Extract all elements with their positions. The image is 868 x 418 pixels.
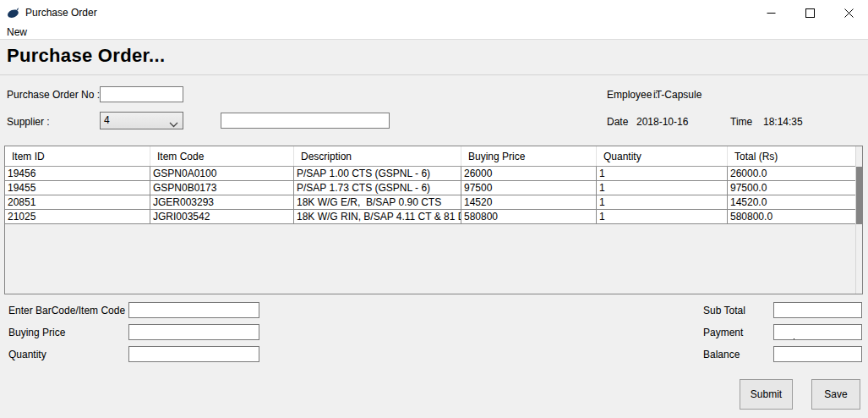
table-cell: 19455 — [5, 181, 150, 195]
text-caret — [794, 338, 794, 340]
purchase-order-window: Purchase Order New Purchase Order... Pur… — [0, 0, 868, 418]
table-cell: 26000 — [461, 167, 597, 180]
purchase-order-no-label: Purchase Order No : — [7, 89, 100, 101]
column-header[interactable]: Item ID — [5, 146, 150, 166]
table-cell: 1 — [597, 181, 728, 195]
quantity-input[interactable]: 1 — [128, 346, 259, 362]
table-cell: JGER003293 — [150, 195, 294, 209]
payment-label: Payment — [703, 327, 743, 338]
table-row[interactable]: 19455GSPN0B0173P/SAP 1.73 CTS (GSPNL - 6… — [5, 181, 855, 195]
purchase-order-no-input[interactable]: 1 — [100, 86, 183, 102]
table-cell: 19456 — [5, 167, 150, 180]
menu-item-new[interactable]: New — [4, 25, 30, 39]
quantity-label: Quantity — [8, 349, 46, 360]
balance-label: Balance — [703, 349, 740, 360]
table-cell: 1 — [597, 167, 728, 180]
app-icon — [7, 6, 20, 19]
table-cell: 97500 — [461, 181, 597, 195]
table-row[interactable]: 21025JGRI00354218K W/G RIN, B/SAP 4.11 C… — [5, 210, 855, 224]
buying-price-input[interactable]: 580800 — [128, 324, 259, 340]
table-cell: 18K W/G E/R, B/SAP 0.90 CTS — [294, 195, 461, 209]
table-cell: 21025 — [5, 210, 150, 223]
table-row[interactable]: 19456GSPN0A0100P/SAP 1.00 CTS (GSPNL - 6… — [5, 167, 855, 181]
menubar: New — [0, 25, 868, 39]
table-body: 19456GSPN0A0100P/SAP 1.00 CTS (GSPNL - 6… — [5, 167, 855, 224]
table-cell: GSPN0B0173 — [150, 181, 294, 195]
employee-value: iT-Capsule — [653, 89, 701, 101]
scrollbar-thumb[interactable] — [856, 167, 862, 224]
table-cell: P/SAP 1.00 CTS (GSPNL - 6) — [294, 167, 461, 180]
table-cell: GSPN0A0100 — [150, 167, 294, 180]
time-value: 18:14:35 — [763, 116, 803, 128]
table-cell: 1 — [597, 195, 728, 209]
table-cell: 18K W/G RIN, B/SAP 4.11 CT & 81 DI... — [294, 210, 461, 223]
table-header-row: Item IDItem CodeDescriptionBuying PriceQ… — [5, 146, 855, 167]
supplier-select[interactable]: 4 — [100, 112, 183, 129]
save-button[interactable]: Save — [811, 379, 860, 410]
barcode-input[interactable]: 21025 — [128, 302, 259, 318]
barcode-label: Enter BarCode/Item Code — [8, 305, 125, 316]
subtotal-label: Sub Total — [703, 305, 745, 316]
items-table: Item IDItem CodeDescriptionBuying PriceQ… — [4, 146, 863, 294]
employee-label: Employee : — [607, 89, 658, 101]
table-cell: 580800.0 — [728, 210, 855, 223]
column-header[interactable]: Buying Price — [461, 146, 597, 166]
maximize-icon[interactable] — [790, 0, 829, 25]
chevron-down-icon — [169, 118, 178, 130]
date-label: Date — [607, 116, 628, 128]
window-controls — [751, 0, 868, 25]
table-row[interactable]: 20851JGER00329318K W/G E/R, B/SAP 0.90 C… — [5, 195, 855, 210]
supplier-label: Supplier : — [7, 116, 50, 128]
time-label: Time — [730, 116, 752, 128]
window-title: Purchase Order — [25, 7, 97, 19]
minimize-icon[interactable] — [751, 0, 790, 25]
date-value: 2018-10-16 — [636, 116, 688, 128]
column-header[interactable]: Total (Rs) — [728, 146, 855, 166]
close-icon[interactable] — [829, 0, 868, 25]
column-header[interactable]: Quantity — [597, 146, 728, 166]
buying-price-label: Buying Price — [8, 327, 65, 338]
titlebar: Purchase Order — [0, 0, 868, 25]
balance-input[interactable]: 718820.0 — [773, 346, 862, 362]
table-scrollbar[interactable] — [855, 146, 862, 294]
submit-button[interactable]: Submit — [740, 379, 793, 410]
table-cell: 14520.0 — [728, 195, 855, 209]
table-cell: 26000.0 — [728, 167, 855, 180]
table-cell: 580800 — [461, 210, 597, 223]
table-cell: 1 — [597, 210, 728, 223]
payment-input[interactable]: 0 — [773, 324, 862, 340]
column-header[interactable]: Item Code — [150, 146, 294, 166]
supplier-name-input[interactable]: MUBARAK NANA — [221, 113, 390, 129]
table-cell: JGRI003542 — [150, 210, 294, 223]
page-title: Purchase Order... — [7, 45, 165, 67]
subtotal-input[interactable]: 718820.0 — [773, 302, 862, 318]
heading-panel: Purchase Order... — [0, 39, 868, 75]
table-cell: P/SAP 1.73 CTS (GSPNL - 6) — [294, 181, 461, 195]
table-cell: 14520 — [461, 195, 597, 209]
column-header[interactable]: Description — [294, 146, 461, 166]
table-cell: 20851 — [5, 195, 150, 209]
table-cell: 97500.0 — [728, 181, 855, 195]
